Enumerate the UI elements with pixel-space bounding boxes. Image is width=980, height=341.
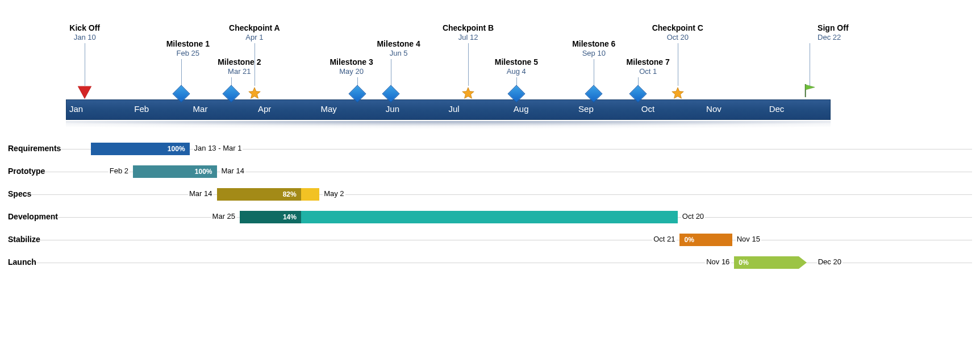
task-percent: 0% <box>681 234 697 246</box>
milestone: Kick OffJan 10 <box>69 24 100 42</box>
task-end-caption: May 2 <box>323 189 345 198</box>
task-percent: 0% <box>735 256 752 269</box>
milestone-date: Jun 5 <box>377 49 420 57</box>
milestone-title: Milestone 4 <box>377 40 420 48</box>
milestone-date: Oct 1 <box>627 68 670 76</box>
timeline-shadow <box>66 121 831 137</box>
task-percent: 82% <box>280 188 300 201</box>
milestone: Milestone 5Aug 4 <box>495 58 538 76</box>
task-end-caption: Nov 15 <box>736 235 761 243</box>
task-start-caption: Oct 21 <box>652 235 676 243</box>
milestone-date: Apr 1 <box>229 34 280 41</box>
milestone-title: Milestone 2 <box>218 58 261 66</box>
month-label: Sep <box>578 104 594 114</box>
milestone: Checkpoint AApr 1 <box>229 24 280 42</box>
task-start-caption: Feb 2 <box>109 167 130 175</box>
milestone-connector <box>468 43 469 86</box>
month-label: Jun <box>386 104 399 114</box>
milestone: Checkpoint COct 20 <box>652 24 703 42</box>
triangle-down-icon <box>78 86 91 99</box>
milestone-connector <box>181 59 182 86</box>
milestone: Milestone 4Jun 5 <box>377 40 420 58</box>
task-bar: 100% <box>91 143 189 155</box>
task-label: Requirements <box>8 144 61 153</box>
milestone: Sign OffDec 22 <box>818 24 848 42</box>
milestone: Milestone 7Oct 1 <box>627 58 670 76</box>
milestone-title: Milestone 1 <box>166 40 210 48</box>
milestone-date: Sep 10 <box>572 49 615 57</box>
milestone-date: Mar 21 <box>218 68 261 76</box>
month-label: Apr <box>258 104 271 114</box>
task-end-caption: Oct 20 <box>681 212 705 221</box>
month-label: Jan <box>69 104 83 114</box>
task-baseline <box>8 194 972 195</box>
task-row: Prototype100%Mar 14Feb 2 <box>8 165 972 178</box>
month-label: Feb <box>134 104 149 114</box>
task-start-caption: Mar 14 <box>188 189 213 198</box>
milestone-title: Milestone 3 <box>330 58 373 66</box>
task-baseline <box>8 240 972 240</box>
task-end-caption: Mar 14 <box>220 167 245 175</box>
task-start-caption: Nov 16 <box>705 257 731 266</box>
task-row: Specs82%May 2Mar 14 <box>8 188 972 201</box>
task-row: Stabilize0%Nov 15Oct 21 <box>8 233 972 247</box>
milestone-title: Checkpoint C <box>652 24 703 32</box>
task-end-caption: Jan 13 - Mar 1 <box>193 144 243 152</box>
task-percent: 100% <box>164 143 189 155</box>
task-percent: 100% <box>191 165 216 178</box>
milestone-date: Jan 10 <box>69 34 100 41</box>
task-bar: 14% <box>240 211 678 223</box>
task-bar: 100% <box>133 165 217 178</box>
month-label: Oct <box>641 104 654 114</box>
milestone: Milestone 3May 20 <box>330 58 373 76</box>
task-bar: 82% <box>217 188 320 201</box>
flag-icon <box>803 83 816 98</box>
task-row: Launch0%Dec 20Nov 16 <box>8 256 972 269</box>
month-label: May <box>321 104 337 114</box>
task-percent: 14% <box>280 211 300 223</box>
milestone-title: Kick Off <box>69 24 100 32</box>
milestone-title: Sign Off <box>818 24 848 32</box>
milestone-title: Checkpoint A <box>229 24 280 32</box>
milestone-title: Milestone 6 <box>572 40 615 48</box>
task-bar: 0% <box>679 234 732 246</box>
task-end-caption: Dec 20 <box>817 257 843 266</box>
milestone-connector <box>594 59 594 86</box>
month-label: Jul <box>448 104 459 114</box>
milestone-connector <box>810 43 810 86</box>
arrow-right-icon <box>799 256 807 269</box>
gantt-chart: JanFebMarAprMayJunJulAugSepOctNovDec Kic… <box>0 0 980 341</box>
month-label: Nov <box>706 104 722 114</box>
task-label: Specs <box>8 189 31 198</box>
milestone-date: Jul 12 <box>443 34 494 41</box>
milestone-date: Oct 20 <box>652 34 703 41</box>
star-icon <box>461 86 476 101</box>
milestone-title: Milestone 7 <box>627 58 670 66</box>
task-bar: 0% <box>734 256 798 269</box>
milestone-date: Aug 4 <box>495 68 538 76</box>
milestone-date: Feb 25 <box>166 49 210 57</box>
task-label: Launch <box>8 257 36 267</box>
milestone: Milestone 2Mar 21 <box>218 58 261 76</box>
milestone: Checkpoint BJul 12 <box>443 24 494 42</box>
task-row: Development14%Oct 20Mar 25 <box>8 210 972 224</box>
star-icon <box>247 86 262 101</box>
star-icon <box>670 86 685 101</box>
milestone: Milestone 6Sep 10 <box>572 40 615 58</box>
task-label: Prototype <box>8 167 45 176</box>
task-start-caption: Mar 25 <box>211 212 236 221</box>
milestone-date: Dec 22 <box>818 34 848 41</box>
milestone: Milestone 1Feb 25 <box>166 40 210 58</box>
milestone-title: Checkpoint B <box>443 24 494 32</box>
task-label: Stabilize <box>8 235 40 244</box>
month-label: Aug <box>514 104 529 114</box>
milestone-connector <box>85 43 85 86</box>
task-label: Development <box>8 212 58 221</box>
milestone-connector <box>391 59 391 86</box>
month-label: Mar <box>193 104 208 114</box>
task-row: Requirements100%Jan 13 - Mar 1 <box>8 142 972 156</box>
milestone-date: May 20 <box>330 68 373 76</box>
milestone-connector <box>231 77 232 86</box>
milestone-title: Milestone 5 <box>495 58 538 66</box>
milestone-connector <box>678 43 678 86</box>
